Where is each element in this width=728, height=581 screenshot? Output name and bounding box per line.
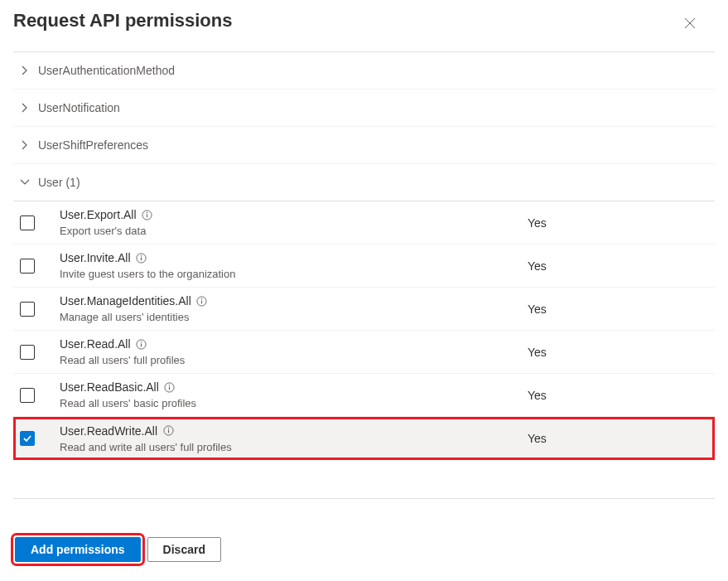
svg-point-10 xyxy=(141,341,142,341)
permission-row: User.ManageIdentities.All Manage all use… xyxy=(13,288,715,331)
permission-name: User.Export.All xyxy=(60,208,137,221)
info-icon[interactable] xyxy=(136,252,147,264)
permission-row: User.Export.All Export user's data Yes xyxy=(13,201,715,245)
group-userauthenticationmethod[interactable]: UserAuthenticationMethod xyxy=(13,52,715,90)
svg-rect-5 xyxy=(141,257,142,260)
group-label: UserShiftPreferences xyxy=(38,138,148,152)
svg-point-7 xyxy=(201,298,202,298)
permission-name: User.ReadWrite.All xyxy=(60,424,157,438)
admin-consent-value: Yes xyxy=(528,216,710,230)
permission-description: Read and write all users' full profiles xyxy=(60,441,528,453)
permission-row: User.ReadBasic.All Read all users' basic… xyxy=(13,374,715,417)
chevron-down-icon xyxy=(18,176,31,189)
group-user[interactable]: User (1) xyxy=(13,164,715,201)
svg-rect-17 xyxy=(167,430,168,433)
svg-rect-8 xyxy=(201,300,202,303)
permission-description: Read all users' basic profiles xyxy=(60,397,528,409)
permission-content: User.ReadBasic.All Read all users' basic… xyxy=(60,380,528,409)
close-icon xyxy=(684,17,696,29)
svg-rect-11 xyxy=(141,343,142,346)
permission-row: User.Invite.All Invite guest users to th… xyxy=(13,245,715,288)
permission-row: User.Read.All Read all users' full profi… xyxy=(13,331,715,374)
page-title: Request API permissions xyxy=(13,10,232,31)
permission-row-selected: User.ReadWrite.All Read and write all us… xyxy=(13,417,715,460)
permission-name: User.ReadBasic.All xyxy=(60,380,159,394)
permission-checkbox[interactable] xyxy=(20,302,35,317)
admin-consent-value: Yes xyxy=(528,346,710,359)
permission-description: Invite guest users to the organization xyxy=(60,268,528,280)
permission-content: User.ReadWrite.All Read and write all us… xyxy=(60,424,528,453)
group-usershiftpreferences[interactable]: UserShiftPreferences xyxy=(13,127,715,164)
checkmark-icon xyxy=(22,433,32,443)
permission-checkbox[interactable] xyxy=(20,345,35,360)
admin-consent-value: Yes xyxy=(528,259,710,273)
svg-point-13 xyxy=(169,384,170,385)
admin-consent-value: Yes xyxy=(528,389,710,402)
info-icon[interactable] xyxy=(162,425,174,437)
chevron-right-icon xyxy=(18,64,31,77)
info-icon[interactable] xyxy=(136,338,147,350)
permission-checkbox[interactable] xyxy=(20,215,35,230)
group-label: UserAuthenticationMethod xyxy=(38,64,175,77)
permission-description: Export user's data xyxy=(60,225,528,237)
close-button[interactable] xyxy=(682,15,698,31)
svg-point-16 xyxy=(167,428,168,428)
permission-name: User.ManageIdentities.All xyxy=(60,294,191,307)
permission-description: Read all users' full profiles xyxy=(60,354,528,366)
svg-point-4 xyxy=(141,254,142,255)
permission-checkbox[interactable] xyxy=(20,431,35,446)
discard-button[interactable]: Discard xyxy=(147,537,221,562)
group-label: User (1) xyxy=(38,176,80,189)
add-permissions-button[interactable]: Add permissions xyxy=(15,537,141,562)
info-icon[interactable] xyxy=(196,295,208,307)
panel-header: Request API permissions xyxy=(13,0,715,51)
admin-consent-value: Yes xyxy=(528,432,710,445)
permission-content: User.Invite.All Invite guest users to th… xyxy=(60,251,528,280)
chevron-right-icon xyxy=(18,101,31,114)
permission-description: Manage all users' identities xyxy=(60,311,528,323)
group-usernotification[interactable]: UserNotification xyxy=(13,90,715,127)
permissions-scroll-area[interactable]: UserAuthenticationMethod UserNotificatio… xyxy=(13,51,715,499)
info-icon[interactable] xyxy=(164,381,176,393)
info-icon[interactable] xyxy=(142,209,153,220)
svg-point-1 xyxy=(147,211,147,212)
permission-checkbox[interactable] xyxy=(20,259,35,274)
footer-actions: Add permissions Discard xyxy=(13,499,715,570)
group-label: UserNotification xyxy=(38,101,120,114)
permission-name: User.Invite.All xyxy=(60,251,131,264)
chevron-right-icon xyxy=(18,138,31,152)
admin-consent-value: Yes xyxy=(528,303,710,316)
permission-content: User.Read.All Read all users' full profi… xyxy=(60,337,528,366)
svg-rect-2 xyxy=(147,214,147,217)
svg-rect-14 xyxy=(169,386,170,390)
permission-content: User.ManageIdentities.All Manage all use… xyxy=(60,294,528,323)
permission-name: User.Read.All xyxy=(60,337,131,351)
permission-content: User.Export.All Export user's data xyxy=(60,208,528,237)
permission-checkbox[interactable] xyxy=(20,388,35,403)
